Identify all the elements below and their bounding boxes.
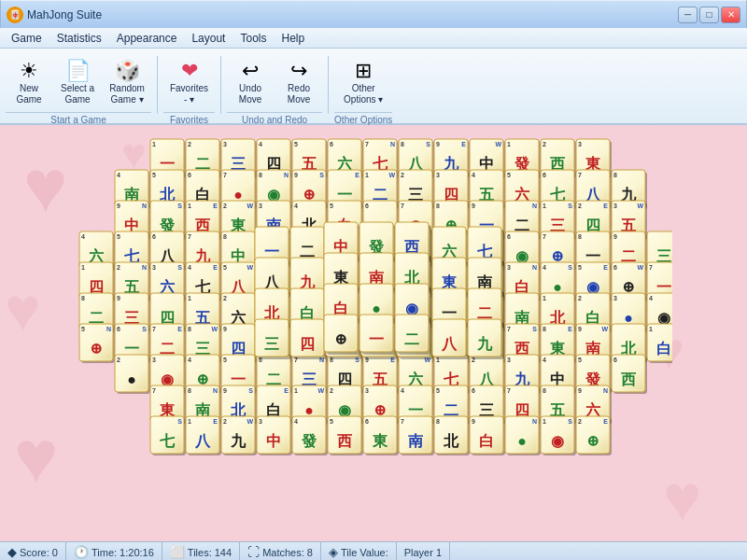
tiles-status: ⬜ Tiles: 144 [162, 542, 240, 560]
new-game-icon: ☀ [20, 61, 38, 81]
toolbar-group-start: ☀ NewGame 📄 Select aGame 🎲 RandomGame ▾ … [6, 52, 151, 123]
undo-label: UndoMove [239, 83, 261, 105]
heart-decoration: ♥ [14, 414, 59, 500]
favorites-icon: ❤ [181, 61, 198, 81]
favorites-label: Favorites- ▾ [170, 83, 208, 105]
undo-move-button[interactable]: ↩ UndoMove [227, 56, 274, 110]
heart-decoration: ♥ [5, 274, 41, 344]
matches-label: Matches: 8 [262, 547, 313, 558]
favorites-button[interactable]: ❤ Favorites- ▾ [163, 56, 215, 110]
titlebar-controls: ─ □ ✕ [678, 7, 740, 23]
menu-appearance[interactable]: Appearance [109, 30, 185, 47]
time-icon: 🕐 [74, 545, 89, 559]
score-status: ◆ Score: 0 [6, 542, 66, 560]
tile-canvas[interactable] [75, 134, 672, 526]
options-label: OtherOptions ▾ [344, 83, 383, 105]
tiles-icon: ⬜ [170, 545, 185, 559]
close-button[interactable]: ✕ [721, 7, 740, 23]
menu-tools[interactable]: Tools [233, 30, 274, 47]
player-status: Player 1 [397, 542, 450, 560]
game-area: ♥ ♥ ♥ ♥ ♥ ♥ ♥ ♥ [0, 125, 747, 541]
random-game-icon: 🎲 [115, 61, 140, 81]
options-buttons: ⊞ OtherOptions ▾ [337, 52, 389, 110]
undo-icon: ↩ [242, 61, 259, 81]
tile-value-status: ◈ Tile Value: [321, 542, 397, 560]
select-game-button[interactable]: 📄 Select aGame [54, 56, 101, 110]
toolbar-sep-3 [328, 56, 329, 114]
player-label: Player 1 [404, 547, 442, 558]
matches-icon: ⛶ [247, 545, 260, 559]
undo-redo-buttons: ↩ UndoMove ↪ RedoMove [227, 52, 322, 110]
toolbar-group-undo: ↩ UndoMove ↪ RedoMove Undo and Redo [227, 52, 322, 123]
select-game-label: Select aGame [61, 83, 94, 105]
window-title: MahJong Suite [27, 8, 102, 21]
titlebar-left: 🀄 MahJong Suite [7, 7, 102, 23]
new-game-button[interactable]: ☀ NewGame [6, 56, 52, 110]
app-icon: 🀄 [7, 7, 23, 23]
options-icon: ⊞ [355, 61, 372, 81]
minimize-button[interactable]: ─ [678, 7, 698, 23]
heart-decoration: ♥ [23, 144, 68, 230]
menu-help[interactable]: Help [274, 30, 312, 47]
time-status: 🕐 Time: 1:20:16 [66, 542, 162, 560]
toolbar-sep-1 [157, 56, 158, 114]
toolbar: ☀ NewGame 📄 Select aGame 🎲 RandomGame ▾ … [0, 49, 747, 125]
tile-value-label: Tile Value: [341, 547, 388, 558]
maximize-button[interactable]: □ [699, 7, 719, 23]
start-game-buttons: ☀ NewGame 📄 Select aGame 🎲 RandomGame ▾ [6, 52, 151, 110]
tile-value-icon: ◈ [329, 545, 338, 559]
menu-layout[interactable]: Layout [184, 30, 233, 47]
other-options-button[interactable]: ⊞ OtherOptions ▾ [337, 56, 389, 110]
score-icon: ◆ [7, 545, 17, 559]
toolbar-sep-2 [220, 56, 221, 114]
select-game-icon: 📄 [65, 61, 91, 81]
redo-label: RedoMove [288, 83, 310, 105]
toolbar-group-options: ⊞ OtherOptions ▾ Other Options [334, 52, 392, 123]
menu-game[interactable]: Game [4, 30, 49, 47]
random-game-button[interactable]: 🎲 RandomGame ▾ [103, 56, 151, 110]
time-label: Time: 1:20:16 [92, 547, 154, 558]
titlebar: 🀄 MahJong Suite ─ □ ✕ [0, 0, 747, 28]
favorites-buttons: ❤ Favorites- ▾ [163, 52, 215, 110]
tiles-label: Tiles: 144 [188, 547, 232, 558]
random-game-label: RandomGame ▾ [109, 83, 145, 105]
redo-move-button[interactable]: ↪ RedoMove [275, 56, 322, 110]
matches-status: ⛶ Matches: 8 [240, 542, 321, 560]
menu-statistics[interactable]: Statistics [49, 30, 109, 47]
toolbar-group-favorites: ❤ Favorites- ▾ Favorites [163, 52, 215, 123]
score-label: Score: 0 [20, 547, 58, 558]
new-game-label: NewGame [16, 83, 41, 105]
menubar: Game Statistics Appearance Layout Tools … [0, 28, 747, 49]
statusbar: ◆ Score: 0 🕐 Time: 1:20:16 ⬜ Tiles: 144 … [0, 541, 747, 560]
redo-icon: ↪ [290, 61, 307, 81]
